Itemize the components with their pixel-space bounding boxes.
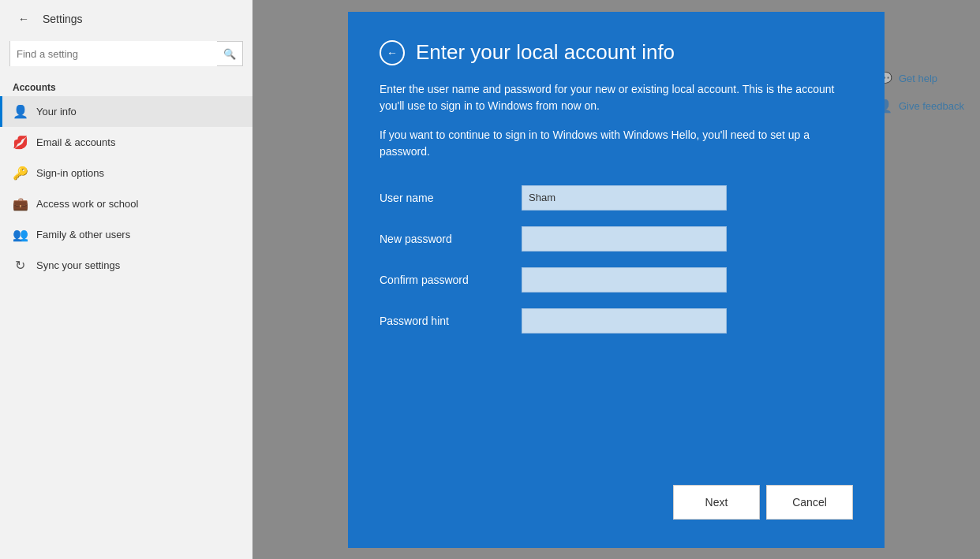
search-box-container: 🔍 <box>9 41 243 66</box>
dialog: ← Enter your local account info Enter th… <box>348 12 885 548</box>
sidebar-item-label-work: Access work or school <box>36 198 138 210</box>
form-section: User name New password Confirm password … <box>380 185 853 453</box>
dialog-title-row: ← Enter your local account info <box>380 40 853 65</box>
new-password-row: New password <box>380 226 853 252</box>
username-row: User name <box>380 185 853 211</box>
sidebar-item-family-users[interactable]: 👥 Family & other users <box>0 219 252 250</box>
back-arrow-icon: ← <box>387 47 398 59</box>
sidebar-item-email-accounts[interactable]: 💋 Email & accounts <box>0 127 252 158</box>
search-input[interactable] <box>10 41 217 66</box>
password-hint-label: Password hint <box>380 315 506 327</box>
sidebar-item-label-sync: Sync your settings <box>36 259 120 271</box>
email-icon: 💋 <box>13 135 27 150</box>
next-button[interactable]: Next <box>673 485 760 520</box>
dialog-title: Enter your local account info <box>416 40 675 65</box>
cancel-button[interactable]: Cancel <box>766 485 853 520</box>
sidebar-title: Settings <box>43 13 83 25</box>
confirm-password-row: Confirm password <box>380 267 853 293</box>
sidebar-item-label-your-info: Your info <box>36 106 77 117</box>
sidebar-header: ← Settings <box>0 0 252 38</box>
work-icon: 💼 <box>13 196 27 211</box>
password-hint-row: Password hint <box>380 308 853 334</box>
dialog-description-1: Enter the user name and password for you… <box>380 81 853 114</box>
dialog-footer: Next Cancel <box>380 485 853 520</box>
sidebar-item-label-email: Email & accounts <box>36 136 115 148</box>
search-row: 🔍 <box>9 41 243 66</box>
family-icon: 👥 <box>13 227 27 242</box>
sidebar-item-sync-settings[interactable]: ↻ Sync your settings <box>0 250 252 281</box>
sidebar-back-button[interactable]: ← <box>13 8 35 30</box>
sidebar-item-your-info[interactable]: 👤 Your info <box>0 96 252 127</box>
accounts-section-label: Accounts <box>0 76 252 96</box>
sidebar-item-access-work[interactable]: 💼 Access work or school <box>0 188 252 219</box>
new-password-input[interactable] <box>522 226 727 252</box>
search-icon: 🔍 <box>217 41 242 66</box>
new-password-label: New password <box>380 233 506 245</box>
password-hint-input[interactable] <box>522 308 727 334</box>
sidebar-item-label-family: Family & other users <box>36 229 130 240</box>
confirm-password-label: Confirm password <box>380 274 506 286</box>
sync-icon: ↻ <box>13 258 27 273</box>
sidebar-item-sign-in-options[interactable]: 🔑 Sign-in options <box>0 158 252 188</box>
confirm-password-input[interactable] <box>522 267 727 293</box>
sidebar-item-label-signin: Sign-in options <box>36 167 104 179</box>
username-input[interactable] <box>522 185 727 211</box>
dialog-overlay: ← Enter your local account info Enter th… <box>252 0 980 559</box>
your-info-icon: 👤 <box>13 104 27 119</box>
signin-icon: 🔑 <box>13 166 27 181</box>
sidebar: ← Settings 🔍 Accounts 👤 Your info 💋 Emai… <box>0 0 252 559</box>
dialog-back-button[interactable]: ← <box>380 40 405 65</box>
dialog-description-2: If you want to continue to sign in to Wi… <box>380 127 853 160</box>
username-label: User name <box>380 192 506 204</box>
